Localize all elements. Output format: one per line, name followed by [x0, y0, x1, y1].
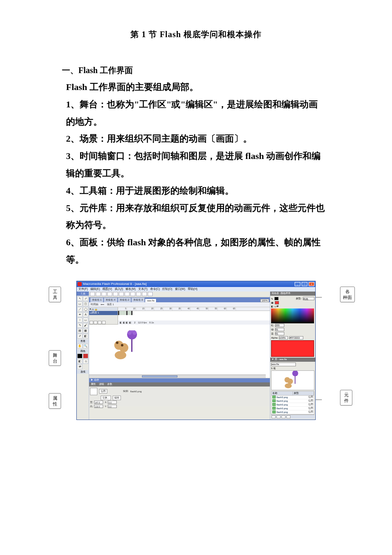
bw-icon[interactable]: ◧ [77, 359, 83, 364]
stage-hscrollbar[interactable] [89, 375, 266, 378]
eyedropper-icon[interactable]: ✐ [77, 334, 83, 339]
type-select[interactable]: 纯色 [303, 297, 314, 300]
library-item[interactable]: flash0.png位图 [272, 410, 314, 414]
menu-item[interactable]: 窗口(W) [175, 287, 185, 291]
menu-item[interactable]: 控制(O) [162, 287, 172, 291]
subselect-tool-icon[interactable]: ⬀ [83, 296, 88, 301]
r-input[interactable]: 255 [275, 324, 284, 327]
y-input[interactable]: 0.0 [108, 405, 117, 408]
brush-tool-icon[interactable]: 🖌 [83, 323, 88, 328]
color-spectrum[interactable] [271, 308, 314, 323]
oval-tool-icon[interactable]: ○ [77, 318, 83, 323]
add-folder-icon[interactable] [98, 321, 102, 324]
doc-tab[interactable]: 未命名-1 [90, 297, 104, 302]
stage[interactable] [89, 325, 270, 378]
scene-name[interactable]: 场景 1 [107, 303, 114, 306]
nocolor-icon[interactable]: ⦸ [83, 359, 88, 364]
actions-panel-title[interactable]: ▶ 动作 [89, 378, 270, 382]
selection-tool-icon[interactable]: ↖ [77, 296, 83, 301]
tools-options-label: 选项 [77, 370, 89, 374]
minimize-button[interactable]: _ [295, 282, 300, 286]
add-guide-icon[interactable] [94, 321, 97, 324]
swap-colors-icon[interactable]: ⇄ [77, 364, 83, 369]
library-item[interactable]: flash0.png位图 [272, 407, 314, 410]
filters-tab[interactable]: 滤镜 [99, 382, 104, 386]
bitmap-icon [272, 396, 276, 398]
line-tool-icon[interactable]: ／ [77, 307, 83, 312]
library-item[interactable]: flash0.png位图 [272, 403, 314, 407]
swap-button[interactable]: 交换... [101, 396, 111, 400]
menu-item[interactable]: 修改(M) [125, 287, 136, 291]
hex-input[interactable]: #FF3333 [289, 336, 303, 339]
new-folder-icon[interactable] [276, 415, 281, 418]
snap-icon[interactable] [142, 292, 147, 296]
add-layer-icon[interactable] [90, 321, 93, 324]
library-item[interactable]: flash0.png位图 [272, 399, 314, 403]
library-file-select[interactable]: aaa.fla [271, 363, 296, 366]
free-transform-icon[interactable]: ▭ [77, 301, 83, 306]
menu-item[interactable]: 插入(I) [115, 287, 123, 291]
paint-bucket-icon[interactable]: ▦ [83, 328, 88, 333]
width-input[interactable]: 147.0 [94, 401, 103, 404]
menu-item[interactable]: 编辑(E) [90, 287, 100, 291]
paste-icon[interactable] [125, 292, 130, 296]
p5: 5、元件库：用来存放和组织可反复使用的动画元件，这些元件也称为符号。 [66, 199, 326, 234]
edit-button[interactable]: 编辑 [113, 396, 121, 400]
menu-item[interactable]: 视图(V) [102, 287, 112, 291]
kind-button[interactable]: 位图 [99, 389, 107, 394]
redo-icon[interactable] [136, 292, 141, 296]
stroke-color-icon[interactable] [77, 353, 83, 358]
library-item[interactable]: flash0.png位图 [272, 396, 314, 399]
zoom-tool-icon[interactable]: 🔍 [83, 344, 88, 349]
library-panel-title[interactable]: ▼ 库 - aaa.fla [270, 358, 315, 362]
text-tool-icon[interactable]: A [83, 312, 88, 317]
height-input[interactable]: 119.0 [94, 405, 103, 408]
lasso-tool-icon[interactable]: ◯ [83, 307, 88, 312]
delete-icon[interactable] [286, 415, 290, 418]
params-tab[interactable]: 参数 [107, 382, 112, 386]
undo-icon[interactable] [130, 292, 135, 296]
doc-tab-active[interactable]: aaa.fla [145, 299, 156, 302]
menu-item[interactable]: 文本(T) [138, 287, 148, 291]
menu-item[interactable]: 文件(F) [78, 287, 88, 291]
library-list-header: 名称类型 [271, 391, 314, 396]
menu-item[interactable]: 命令(C) [150, 287, 160, 291]
new-symbol-icon[interactable] [272, 415, 276, 418]
zoom-field[interactable]: 100% [260, 299, 269, 302]
properties-tab[interactable]: 属性 [91, 382, 96, 386]
cut-icon[interactable] [113, 292, 118, 296]
pencil-tool-icon[interactable]: ✎ [77, 323, 83, 328]
close-button[interactable]: × [309, 282, 314, 286]
alpha-input[interactable]: 100% [279, 336, 288, 339]
doc-tab[interactable]: 未命名-3 [131, 297, 145, 302]
properties-panel: 位图 实例: flash0.png 交换... 编辑 宽:147.0 [89, 387, 270, 406]
p1: 1、舞台：也称为"工作区"或"编辑区"，是进展绘图和编辑动画的地方。 [66, 96, 326, 130]
b-input[interactable]: 51 [275, 332, 284, 335]
layer-row[interactable]: ☑ 图层 1 [89, 311, 118, 315]
open-icon[interactable] [96, 292, 101, 296]
ink-bottle-icon[interactable]: ▤ [77, 328, 83, 333]
align-icon[interactable] [148, 292, 153, 296]
x-input[interactable]: 0.0 [108, 401, 117, 404]
print-icon[interactable] [107, 292, 112, 296]
fill-swatch[interactable] [275, 301, 279, 304]
copy-icon[interactable] [119, 292, 124, 296]
doc-tab[interactable]: 未命名-4 [104, 297, 117, 302]
delete-layer-icon[interactable] [102, 321, 106, 324]
doc-tab[interactable]: 未命名-2 [118, 297, 131, 302]
stroke-swatch[interactable] [274, 297, 279, 300]
new-icon[interactable] [90, 292, 95, 296]
g-input[interactable]: 51 [275, 328, 284, 331]
pen-tool-icon[interactable]: ✒ [77, 312, 83, 317]
fill-color-icon[interactable] [83, 353, 88, 358]
timeline-track[interactable]: 5 10 15 20 25 30 35 40 45 50 55 [118, 307, 270, 324]
rect-tool-icon[interactable]: ▭ [83, 318, 88, 323]
menu-item[interactable]: 帮助(H) [188, 287, 198, 291]
properties-icon[interactable] [281, 415, 286, 418]
eraser-tool-icon[interactable]: ◧ [83, 334, 88, 339]
maximize-button[interactable]: □ [302, 282, 307, 286]
color-panel-title[interactable]: 混色器 颜色样本 [270, 292, 315, 296]
gradient-transform-icon[interactable]: ◫ [83, 301, 88, 306]
save-icon[interactable] [102, 292, 106, 296]
hand-tool-icon[interactable]: ✋ [77, 344, 83, 349]
